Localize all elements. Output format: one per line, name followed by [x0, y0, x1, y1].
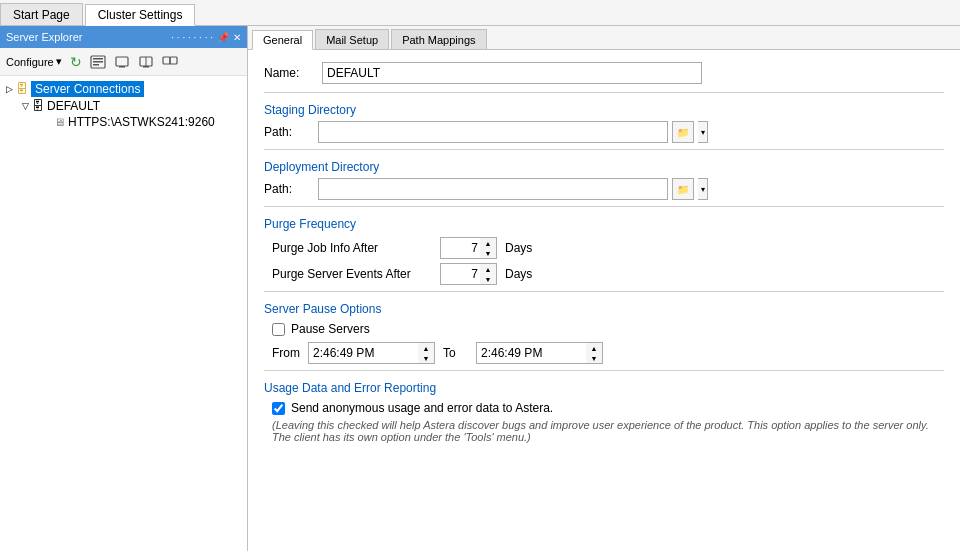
tab-general-label: General	[263, 34, 302, 46]
svg-rect-1	[93, 58, 103, 60]
from-time-input[interactable]	[308, 342, 418, 364]
to-label: To	[443, 346, 468, 360]
toolbar-icon2[interactable]	[112, 52, 132, 72]
svg-rect-7	[143, 66, 149, 68]
tree-grandchild: 🖥 HTTPS:\ASTWKS241:9260	[52, 114, 243, 130]
usage-section: Usage Data and Error Reporting Send anon…	[264, 381, 944, 443]
purge-server-input[interactable]	[440, 263, 480, 285]
panel-header: Server Explorer · · · · · · · · 📌 ✕	[0, 26, 247, 48]
staging-path-label: Path:	[264, 125, 314, 139]
tree-child: ▽ 🗄 DEFAULT 🖥 HTTPS:\ASTWKS241:9260	[20, 98, 243, 130]
svg-rect-4	[116, 57, 128, 66]
to-time-up[interactable]: ▲	[586, 343, 602, 353]
from-time-wrap: ▲ ▼	[308, 342, 435, 364]
to-time-down[interactable]: ▼	[586, 353, 602, 363]
pin-icon[interactable]: 📌	[217, 32, 229, 43]
server-explorer-panel: Server Explorer · · · · · · · · 📌 ✕ Conf…	[0, 26, 248, 551]
tree-root-label: Server Connections	[31, 81, 144, 97]
pause-header: Server Pause Options	[264, 302, 944, 316]
tab-mail-setup-label: Mail Setup	[326, 34, 378, 46]
configure-button[interactable]: Configure ▾	[4, 53, 64, 70]
configure-label: Configure	[6, 56, 54, 68]
purge-job-label: Purge Job Info After	[272, 241, 432, 255]
purge-job-up[interactable]: ▲	[480, 238, 496, 248]
name-label: Name:	[264, 66, 314, 80]
purge-server-row: Purge Server Events After ▲ ▼ Days	[272, 263, 944, 285]
purge-server-spinner: ▲ ▼	[440, 263, 497, 285]
deployment-header: Deployment Directory	[264, 160, 944, 174]
deployment-folder-dropdown-icon: ▾	[701, 185, 705, 194]
from-label: From	[272, 346, 300, 360]
purge-job-spinner: ▲ ▼	[440, 237, 497, 259]
toolbar-icon3[interactable]	[136, 52, 156, 72]
tab-start-page[interactable]: Start Page	[0, 3, 83, 25]
from-time-down[interactable]: ▼	[418, 353, 434, 363]
svg-rect-5	[119, 66, 125, 68]
staging-path-row: Path: 📁 ▾	[264, 121, 944, 143]
to-time-arrows: ▲ ▼	[586, 342, 603, 364]
tab-cluster-settings-label: Cluster Settings	[98, 8, 183, 22]
tab-mail-setup[interactable]: Mail Setup	[315, 29, 389, 49]
purge-server-down[interactable]: ▼	[480, 274, 496, 284]
toolbar-icon1[interactable]	[88, 52, 108, 72]
folder-icon: 📁	[677, 127, 689, 138]
tree-server[interactable]: 🖥 HTTPS:\ASTWKS241:9260	[52, 114, 243, 130]
content-area: Name: Staging Directory Path: 📁 ▾	[248, 50, 960, 551]
deployment-path-input[interactable]	[318, 178, 668, 200]
usage-checkbox-row: Send anonymous usage and error data to A…	[272, 401, 944, 415]
staging-folder-arrow[interactable]: ▾	[698, 121, 708, 143]
purge-job-unit: Days	[505, 241, 532, 255]
from-time-up[interactable]: ▲	[418, 343, 434, 353]
tab-path-mappings-label: Path Mappings	[402, 34, 475, 46]
staging-path-input[interactable]	[318, 121, 668, 143]
tab-start-page-label: Start Page	[13, 8, 70, 22]
tree-default[interactable]: ▽ 🗄 DEFAULT	[20, 98, 243, 114]
svg-rect-3	[93, 64, 99, 66]
refresh-button[interactable]: ↻	[68, 52, 84, 72]
secondary-tabs: General Mail Setup Path Mappings	[248, 26, 960, 50]
from-time-arrows: ▲ ▼	[418, 342, 435, 364]
staging-section: Staging Directory Path: 📁 ▾	[264, 103, 944, 143]
staging-header: Staging Directory	[264, 103, 944, 117]
usage-note: (Leaving this checked will help Astera d…	[272, 419, 944, 443]
purge-job-input[interactable]	[440, 237, 480, 259]
purge-server-up[interactable]: ▲	[480, 264, 496, 274]
usage-checkbox[interactable]	[272, 402, 285, 415]
panel-dots: · · · · · · · ·	[171, 32, 213, 43]
to-time-wrap: ▲ ▼	[476, 342, 603, 364]
purge-header: Purge Frequency	[264, 217, 944, 231]
close-icon[interactable]: ✕	[233, 32, 241, 43]
tab-path-mappings[interactable]: Path Mappings	[391, 29, 486, 49]
deployment-folder-button[interactable]: 📁	[672, 178, 694, 200]
purge-section: Purge Frequency Purge Job Info After ▲ ▼…	[264, 217, 944, 285]
to-time-input[interactable]	[476, 342, 586, 364]
toolbar-icon4[interactable]	[160, 52, 180, 72]
purge-server-arrows: ▲ ▼	[480, 263, 497, 285]
deployment-folder-icon: 📁	[677, 184, 689, 195]
tree-default-label: DEFAULT	[47, 99, 100, 113]
deployment-path-row: Path: 📁 ▾	[264, 178, 944, 200]
name-row: Name:	[264, 62, 944, 84]
staging-folder-button[interactable]: 📁	[672, 121, 694, 143]
server-icon: 🖥	[54, 116, 65, 128]
name-input[interactable]	[322, 62, 702, 84]
purge-server-unit: Days	[505, 267, 532, 281]
usage-checkbox-label: Send anonymous usage and error data to A…	[291, 401, 553, 415]
purge-job-row: Purge Job Info After ▲ ▼ Days	[272, 237, 944, 259]
tab-general[interactable]: General	[252, 30, 313, 50]
pause-checkbox-row: Pause Servers	[272, 322, 944, 336]
purge-server-label: Purge Server Events After	[272, 267, 432, 281]
pause-section: Server Pause Options Pause Servers From …	[264, 302, 944, 364]
tree-root[interactable]: ▷ 🗄 Server Connections	[4, 80, 243, 98]
pause-checkbox[interactable]	[272, 323, 285, 336]
deployment-folder-arrow[interactable]: ▾	[698, 178, 708, 200]
purge-job-down[interactable]: ▼	[480, 248, 496, 258]
panel-header-icons: · · · · · · · · 📌 ✕	[171, 32, 241, 43]
tree-expand-icon: ▷	[6, 84, 13, 94]
svg-rect-10	[170, 57, 177, 64]
svg-rect-9	[163, 57, 170, 64]
tab-cluster-settings[interactable]: Cluster Settings	[85, 4, 196, 26]
tree-expand-child-icon: ▽	[22, 101, 29, 111]
folder-dropdown-icon: ▾	[701, 128, 705, 137]
default-icon: 🗄	[32, 99, 44, 113]
